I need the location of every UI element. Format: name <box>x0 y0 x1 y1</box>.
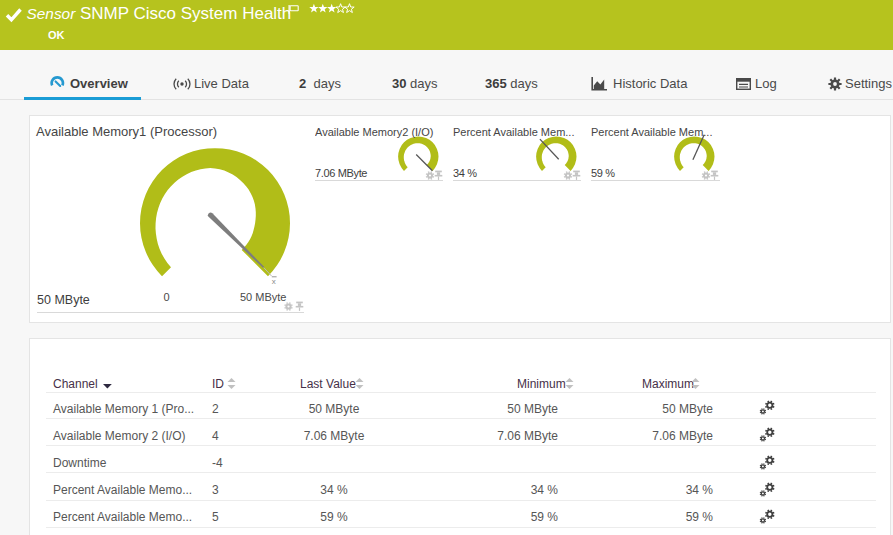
svg-text:x: x <box>272 277 276 286</box>
